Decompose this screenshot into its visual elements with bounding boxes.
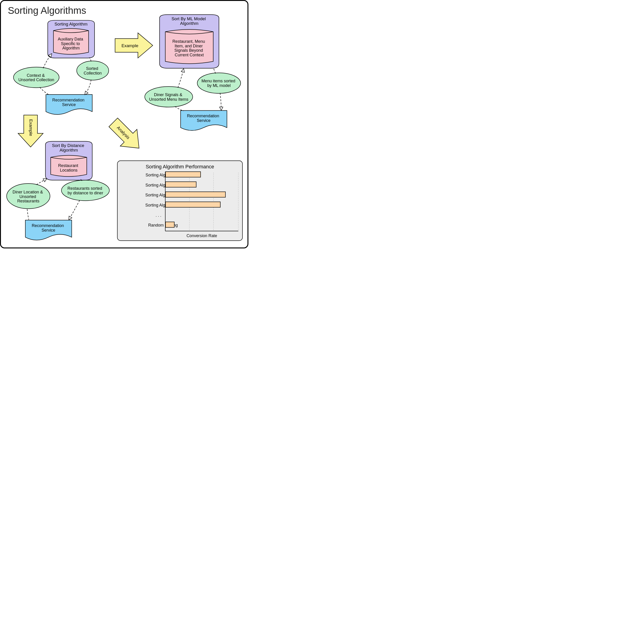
arrow-ml-up-left <box>178 69 184 88</box>
arrow-analysis: Analysis <box>105 114 147 157</box>
arrow-generic-down-right <box>85 80 91 95</box>
ellipse-distance-output-label: Restaurants sorted by distance to diner <box>67 186 103 195</box>
db-ml-label: Restaurant, Menu Item, and Diner Signals… <box>172 39 206 57</box>
arrow-example-down-label: Example <box>29 119 33 136</box>
chart-bar <box>166 222 174 227</box>
chart-title: Sorting Algorithm Performance <box>146 164 214 170</box>
arrow-example-down: Example <box>18 115 43 147</box>
arrow-generic-down-left <box>40 87 49 95</box>
chart-bar <box>166 172 201 177</box>
diagram-svg: Sorting Algorithm Auxiliary Data Specifi… <box>1 1 247 247</box>
arrow-dist-up-left <box>36 179 47 185</box>
group-generic: Sorting Algorithm Auxiliary Data Specifi… <box>14 20 109 114</box>
chart-panel: Sorting Algorithm Performance Sorting Al… <box>117 161 242 241</box>
diagram-canvas: Sorting Algorithms Sorting Algorithm Aux… <box>0 0 248 248</box>
group-ml: Sort By ML Model Algorithm Restaurant, M… <box>145 15 241 131</box>
chart-ellipsis: . . . <box>155 213 161 218</box>
arrow-example-right: Example <box>115 33 153 58</box>
ellipse-ml-input-label: Diner Signals & Unsorted Menu Items <box>149 92 188 102</box>
chart-bar <box>166 192 225 197</box>
arrow-ml-down-right <box>220 93 221 110</box>
arrow-dist-down-left <box>27 209 29 220</box>
chart-xlabel: Conversion Rate <box>187 233 217 238</box>
container-generic-label: Sorting Algorithm <box>55 22 88 26</box>
ellipse-generic-output-label: Sorted Collection <box>84 66 102 75</box>
arrow-ml-up-right <box>213 68 216 74</box>
chart-bar <box>166 182 196 187</box>
group-distance: Sort By Distance Algorithm Restaurant Lo… <box>7 141 109 240</box>
arrow-example-right-label: Example <box>121 43 138 48</box>
chart-bar <box>166 202 220 207</box>
arrow-dist-down-right <box>69 200 80 220</box>
db-distance-label: Restaurant Locations <box>58 163 79 172</box>
